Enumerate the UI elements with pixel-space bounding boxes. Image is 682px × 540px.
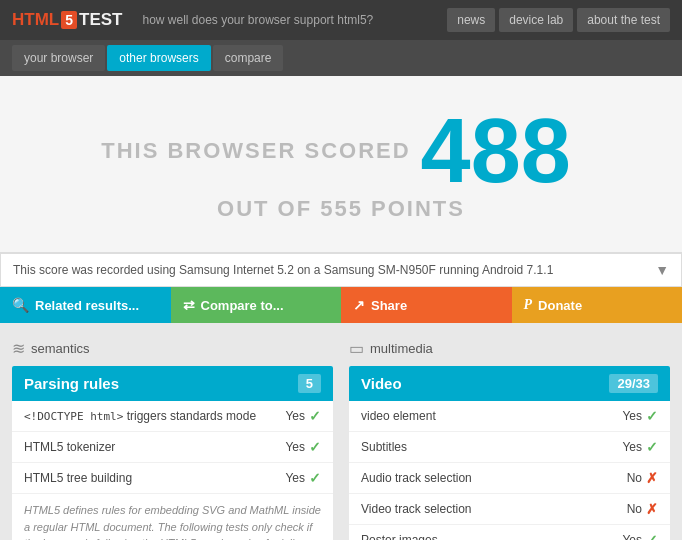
feature-row: video element Yes ✓ [349,401,670,432]
page-header: HTML 5 TEST how well does your browser s… [0,0,682,40]
nav-tabs: your browser other browsers compare [0,40,682,76]
related-results-button[interactable]: 🔍 Related results... [0,287,171,323]
score-section: THIS BROWSER SCORED 488 OUT OF 555 POINT… [0,76,682,253]
feature-result: No ✗ [627,501,658,517]
feature-name: Audio track selection [361,471,627,485]
device-lab-button[interactable]: device lab [499,8,573,32]
parsing-rules-title: Parsing rules [24,375,119,392]
related-results-label: Related results... [35,298,139,313]
feature-name: HTML5 tree building [24,471,285,485]
feature-name: video element [361,409,622,423]
parsing-rules-block: Parsing rules 5 <!DOCTYPE html> triggers… [12,366,333,540]
parsing-rules-title-bar: Parsing rules 5 [12,366,333,401]
multimedia-section-header: ▭ multimedia [349,339,670,358]
device-info-text: This score was recorded using Samsung In… [13,263,553,277]
video-title-bar: Video 29/33 [349,366,670,401]
result-text: Yes [622,533,642,540]
device-info-bar[interactable]: This score was recorded using Samsung In… [0,253,682,287]
score-suffix: OUT OF 555 POINTS [217,196,465,222]
share-icon: ↗ [353,297,365,313]
compare-icon: ⇄ [183,297,195,313]
news-button[interactable]: news [447,8,495,32]
check-icon: ✓ [309,470,321,486]
score-prefix: THIS BROWSER SCORED [101,138,410,164]
feature-result: Yes ✓ [285,408,321,424]
check-icon: ✗ [646,501,658,517]
feature-row: Subtitles Yes ✓ [349,432,670,463]
result-text: Yes [285,471,305,485]
result-text: Yes [285,409,305,423]
result-text: Yes [285,440,305,454]
logo-test: TEST [79,10,122,30]
header-nav: news device lab about the test [447,8,670,32]
feature-name: HTML5 tokenizer [24,440,285,454]
tab-other-browsers[interactable]: other browsers [107,45,210,71]
share-button[interactable]: ↗ Share [341,287,512,323]
feature-name: Poster images [361,533,622,540]
feature-row: Audio track selection No ✗ [349,463,670,494]
feature-name: <!DOCTYPE html> triggers standards mode [24,409,285,423]
check-icon: ✓ [646,408,658,424]
feature-result: Yes ✓ [285,439,321,455]
feature-result: No ✗ [627,470,658,486]
feature-row: Poster images Yes ✓ [349,525,670,540]
check-icon: ✓ [646,439,658,455]
feature-row: HTML5 tree building Yes ✓ [12,463,333,494]
site-logo: HTML 5 TEST [12,10,122,30]
feature-result: Yes ✓ [285,470,321,486]
donate-button[interactable]: P Donate [512,287,683,323]
video-title: Video [361,375,402,392]
multimedia-column: ▭ multimedia Video 29/33 video element Y… [349,339,670,540]
compare-label: Compare to... [201,298,284,313]
feature-result: Yes ✓ [622,439,658,455]
dropdown-arrow-icon: ▼ [655,262,669,278]
logo-html: HTML [12,10,59,30]
semantics-label: semantics [31,341,90,356]
check-icon: ✗ [646,470,658,486]
tab-compare[interactable]: compare [213,45,284,71]
logo-5: 5 [61,11,77,29]
header-left: HTML 5 TEST how well does your browser s… [12,10,373,30]
share-label: Share [371,298,407,313]
feature-name: Video track selection [361,502,627,516]
header-tagline: how well does your browser support html5… [142,13,373,27]
feature-row: <!DOCTYPE html> triggers standards mode … [12,401,333,432]
feature-row: HTML5 tokenizer Yes ✓ [12,432,333,463]
video-block: Video 29/33 video element Yes ✓ Subtitle… [349,366,670,540]
video-score: 29/33 [609,374,658,393]
semantics-section-header: ≋ semantics [12,339,333,358]
semantics-icon: ≋ [12,339,25,358]
feature-result: Yes ✓ [622,532,658,540]
semantics-column: ≋ semantics Parsing rules 5 <!DOCTYPE ht… [12,339,333,540]
result-text: No [627,502,642,516]
action-buttons: 🔍 Related results... ⇄ Compare to... ↗ S… [0,287,682,323]
result-text: Yes [622,409,642,423]
parsing-rules-description: HTML5 defines rules for embedding SVG an… [12,494,333,540]
compare-button[interactable]: ⇄ Compare to... [171,287,342,323]
check-icon: ✓ [309,439,321,455]
feature-result: Yes ✓ [622,408,658,424]
parsing-rules-score: 5 [298,374,321,393]
result-text: Yes [622,440,642,454]
donate-label: Donate [538,298,582,313]
about-test-button[interactable]: about the test [577,8,670,32]
tab-your-browser[interactable]: your browser [12,45,105,71]
score-display: THIS BROWSER SCORED 488 OUT OF 555 POINT… [20,106,662,222]
multimedia-label: multimedia [370,341,433,356]
result-text: No [627,471,642,485]
feature-name: Subtitles [361,440,622,454]
check-icon: ✓ [309,408,321,424]
search-icon: 🔍 [12,297,29,313]
main-content: ≋ semantics Parsing rules 5 <!DOCTYPE ht… [0,323,682,540]
paypal-icon: P [524,297,533,313]
check-icon: ✓ [646,532,658,540]
multimedia-icon: ▭ [349,339,364,358]
feature-row: Video track selection No ✗ [349,494,670,525]
score-number: 488 [421,106,571,196]
